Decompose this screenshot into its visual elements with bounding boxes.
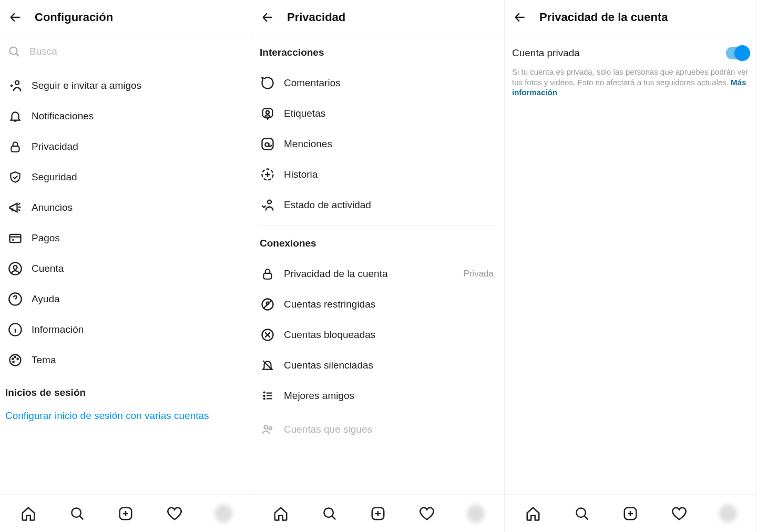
bottom-nav	[505, 494, 756, 532]
svg-point-20	[268, 200, 271, 204]
svg-point-16	[266, 111, 269, 114]
nav-profile[interactable]	[467, 505, 485, 523]
item-comments[interactable]: Comentarios	[252, 68, 504, 98]
search-row	[0, 35, 252, 66]
item-account-privacy[interactable]: Privacidad de la cuenta Privada	[252, 259, 504, 289]
svg-rect-17	[262, 139, 273, 150]
item-label: Información	[32, 324, 84, 335]
nav-profile[interactable]	[719, 505, 737, 523]
comment-icon	[260, 75, 275, 91]
svg-point-11	[17, 359, 18, 360]
page-title: Privacidad	[287, 11, 345, 24]
at-sign-icon	[260, 136, 275, 152]
nav-search[interactable]	[68, 505, 86, 523]
item-security[interactable]: Seguridad	[0, 162, 252, 192]
nav-activity[interactable]	[670, 505, 688, 523]
back-button[interactable]	[512, 9, 528, 25]
nav-activity[interactable]	[418, 505, 436, 523]
item-label: Comentarios	[284, 77, 341, 89]
nav-profile[interactable]	[214, 505, 232, 523]
nav-new-post[interactable]	[621, 505, 639, 523]
item-tags[interactable]: Etiquetas	[252, 98, 504, 129]
nav-home[interactable]	[524, 505, 542, 523]
star-list-icon	[260, 388, 275, 404]
arrow-left-icon	[513, 11, 527, 24]
item-close-friends[interactable]: Mejores amigos	[252, 381, 504, 411]
item-story[interactable]: Historia	[252, 159, 504, 190]
svg-rect-15	[263, 109, 273, 117]
nav-search[interactable]	[573, 505, 591, 523]
search-input[interactable]	[29, 46, 244, 57]
item-help[interactable]: Ayuda	[0, 284, 252, 314]
item-trailing: Privada	[463, 269, 497, 279]
activity-status-icon	[260, 197, 275, 213]
shield-check-icon	[7, 169, 23, 185]
person-add-icon	[7, 78, 23, 94]
blocked-icon	[260, 327, 275, 343]
bell-icon	[7, 108, 23, 124]
item-label: Cuentas restringidas	[284, 299, 375, 310]
back-button[interactable]	[7, 9, 23, 25]
item-muted[interactable]: Cuentas silenciadas	[252, 350, 504, 381]
item-label: Cuentas silenciadas	[284, 360, 373, 371]
item-mentions[interactable]: Menciones	[252, 129, 504, 159]
svg-rect-2	[11, 146, 19, 152]
svg-point-13	[71, 508, 81, 517]
svg-rect-21	[263, 273, 271, 279]
svg-point-1	[15, 81, 19, 85]
nav-home[interactable]	[272, 505, 290, 523]
section-interactions: Interacciones	[252, 35, 504, 64]
item-following[interactable]: Cuentas que sigues	[252, 411, 504, 441]
nav-activity[interactable]	[166, 505, 183, 523]
svg-point-28	[324, 508, 333, 517]
private-account-toggle[interactable]	[726, 47, 749, 59]
multi-login-link[interactable]: Configurar inicio de sesión con varias c…	[0, 404, 252, 428]
svg-point-27	[269, 427, 272, 429]
header: Configuración	[0, 0, 252, 35]
item-label: Historia	[284, 169, 318, 180]
credit-card-icon	[7, 230, 23, 246]
tag-person-icon	[260, 106, 275, 121]
item-activity-status[interactable]: Estado de actividad	[252, 190, 504, 220]
item-ads[interactable]: Anuncios	[0, 192, 252, 223]
back-button[interactable]	[260, 9, 275, 25]
panel-configuracion: Configuración Seguir e invitar a amigos …	[0, 0, 252, 532]
nav-new-post[interactable]	[117, 505, 135, 523]
help-text-body: Si tu cuenta es privada, solo las person…	[512, 67, 748, 87]
palette-icon	[7, 352, 23, 368]
nav-new-post[interactable]	[369, 505, 387, 523]
item-restricted[interactable]: Cuentas restringidas	[252, 289, 504, 320]
item-label: Tema	[32, 354, 56, 366]
svg-rect-3	[10, 234, 21, 242]
user-circle-icon	[7, 261, 23, 277]
bell-off-icon	[260, 357, 275, 373]
panel-account-privacy: Privacidad de la cuenta Cuenta privada S…	[505, 0, 757, 532]
item-notifications[interactable]: Notificaciones	[0, 101, 252, 131]
item-label: Estado de actividad	[284, 199, 371, 211]
help-circle-icon	[7, 291, 23, 307]
item-label: Ayuda	[32, 293, 60, 305]
panel-body: Seguir e invitar a amigos Notificaciones…	[0, 35, 252, 532]
panel-body: Cuenta privada Si tu cuenta es privada, …	[505, 35, 756, 532]
private-account-row: Cuenta privada	[505, 35, 756, 64]
svg-point-26	[264, 425, 268, 429]
svg-point-25	[263, 395, 264, 396]
megaphone-icon	[7, 200, 23, 216]
item-follow-invite[interactable]: Seguir e invitar a amigos	[0, 70, 252, 101]
page-title: Configuración	[35, 11, 113, 24]
item-theme[interactable]: Tema	[0, 345, 252, 375]
item-label: Cuenta	[32, 263, 64, 274]
svg-point-10	[15, 356, 16, 357]
item-blocked[interactable]: Cuentas bloqueadas	[252, 320, 504, 350]
nav-home[interactable]	[19, 505, 37, 523]
item-about[interactable]: Información	[0, 314, 252, 345]
item-payments[interactable]: Pagos	[0, 223, 252, 253]
nav-search[interactable]	[321, 505, 339, 523]
item-label: Etiquetas	[284, 108, 325, 119]
item-label: Pagos	[32, 232, 60, 244]
item-label: Seguridad	[32, 171, 77, 183]
item-account[interactable]: Cuenta	[0, 253, 252, 284]
connections-list: Privacidad de la cuenta Privada Cuentas …	[252, 254, 504, 441]
panel-body: Interacciones Comentarios Etiquetas Menc…	[252, 35, 504, 532]
item-privacy[interactable]: Privacidad	[0, 131, 252, 162]
